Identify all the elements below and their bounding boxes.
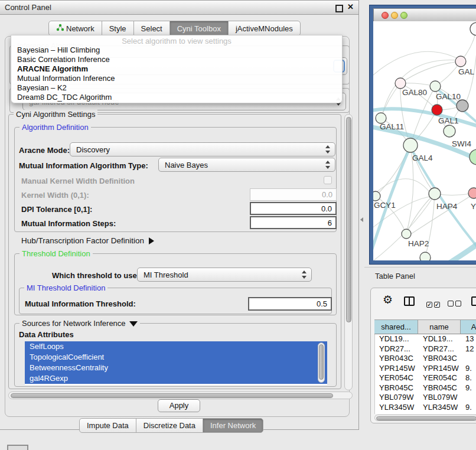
network-node-hap4[interactable] <box>429 188 441 200</box>
tab-network[interactable]: Network <box>48 21 102 36</box>
network-node-pink_right[interactable] <box>468 188 476 198</box>
node-label-swi4: SWI4 <box>452 139 471 148</box>
which-threshold-label: Which threshold to use: <box>52 271 139 280</box>
which-threshold-value: MI Threshold <box>144 270 188 279</box>
aracne-mode-label: Aracne Mode: <box>19 146 70 155</box>
deselect-all-checkboxes-icon[interactable] <box>448 298 463 309</box>
control-panel-titlebar[interactable]: Control Panel ✕ <box>0 1 358 15</box>
network-node-gal_pink[interactable] <box>455 56 466 67</box>
attribute-item-topologicalcoefficient[interactable]: TopologicalCoefficient <box>25 352 327 363</box>
attributes-scrollbar[interactable] <box>318 343 325 383</box>
mi-steps-field[interactable]: 6 <box>250 216 337 229</box>
table-row[interactable]: YIL052CYIL052C9 <box>375 412 476 414</box>
node-label-hap2: HAP2 <box>408 239 429 248</box>
algorithm-dropdown-popup: Select algorithm to view settings Bayesi… <box>11 35 343 103</box>
apply-button[interactable]: Apply <box>158 399 200 412</box>
table-row[interactable]: YBL079WYBL079W <box>375 393 476 403</box>
table-panel-divider <box>364 267 476 268</box>
tab-select[interactable]: Select <box>133 21 170 36</box>
zoom-traffic-light[interactable] <box>400 12 407 19</box>
collapse-down-arrow-icon <box>129 321 138 327</box>
float-window-icon[interactable] <box>335 5 343 12</box>
table-row[interactable]: YBR043CYBR043C <box>375 354 476 364</box>
panel-splitter-handle[interactable] <box>360 217 363 222</box>
dpi-tolerance-label: DPI Tolerance [0,1]: <box>21 205 92 214</box>
tab-impute-data[interactable]: Impute Data <box>79 418 136 433</box>
table-cell: 9 <box>461 412 476 414</box>
tab-cyni-toolbox[interactable]: Cyni Toolbox <box>169 21 229 36</box>
attribute-item-betweennesscentrality[interactable]: BetweennessCentrality <box>25 363 327 373</box>
minimized-panel-button[interactable] <box>7 445 28 450</box>
settings-horizontal-scrollbar[interactable] <box>8 392 353 399</box>
algorithm-option-dream8-dc-tdc-algorithm[interactable]: Dream8 DC_TDC Algorithm <box>11 93 342 102</box>
network-node-bottom_nd[interactable] <box>420 252 431 260</box>
settings-gear-icon[interactable]: ⚙ <box>383 294 393 306</box>
split-columns-icon[interactable] <box>404 296 415 306</box>
table-row[interactable]: YDL19...YDL19...13 <box>375 334 476 344</box>
close-traffic-light[interactable] <box>382 12 389 19</box>
table-row[interactable]: YDR27...YDR27...12 <box>375 344 476 354</box>
network-node-gcy1[interactable] <box>373 191 380 201</box>
attribute-item-selfloops[interactable]: SelfLoops <box>25 341 327 352</box>
attribute-item-gal4rgexp[interactable]: gal4RGexp <box>25 373 327 384</box>
application-root: Control Panel ✕ NetworkStyleSelectCyni T… <box>0 0 476 450</box>
settings-vertical-scrollbar[interactable] <box>344 114 353 390</box>
tab-style[interactable]: Style <box>102 21 134 36</box>
network-node-gal1[interactable] <box>432 105 442 115</box>
table-horizontal-scrollbar[interactable] <box>374 415 476 421</box>
network-window-titlebar[interactable] <box>373 8 476 21</box>
table-cell: YDL19... <box>375 334 419 344</box>
table-row[interactable]: YPR145WYPR145W9. <box>375 364 476 374</box>
apply-button-label: Apply <box>169 401 189 410</box>
hub-definition-toggle[interactable]: Hub/Transcription Factor Definition <box>21 236 154 245</box>
network-node-top_white[interactable] <box>470 22 476 35</box>
tab-select-label: Select <box>141 24 162 33</box>
table-cell: YDL19... <box>419 334 461 344</box>
network-canvas[interactable]: GALGAL80GAL10GAL1GAL11SWI4GAL4GCY1HAP4YH… <box>373 21 476 260</box>
new-document-icon[interactable] <box>471 296 476 306</box>
table-cell: 12 <box>461 344 476 354</box>
network-node-gal80[interactable] <box>395 78 406 89</box>
network-node-gal4[interactable] <box>403 138 418 152</box>
node-label-gal1: GAL1 <box>438 116 459 125</box>
mi-algorithm-type-combo[interactable]: Naive Bayes <box>158 158 335 172</box>
algorithm-option-basic-correlation-inference[interactable]: Basic Correlation Inference <box>11 55 342 64</box>
sources-group-title[interactable]: Sources for Network Inference <box>19 319 140 328</box>
algorithm-option-bayesian-hill-climbing[interactable]: Bayesian – Hill Climbing <box>11 45 342 55</box>
column-header-a[interactable]: A <box>461 319 476 334</box>
network-node-big_green[interactable] <box>470 149 476 165</box>
network-graph: GALGAL80GAL10GAL1GAL11SWI4GAL4GCY1HAP4YH… <box>373 21 476 260</box>
aracne-mode-combo[interactable]: Discovery <box>70 142 335 156</box>
stepper-arrows-icon <box>325 161 330 169</box>
close-icon[interactable]: ✕ <box>347 2 354 11</box>
network-node-hap2[interactable] <box>402 229 411 239</box>
algorithm-option-bayesian-k2[interactable]: Bayesian – K2 <box>11 83 342 93</box>
table-cell: YBL079W <box>419 393 461 403</box>
dpi-tolerance-field[interactable]: 0.0 <box>250 202 337 215</box>
algorithm-option-aracne-algorithm[interactable]: ARACNE Algorithm <box>11 64 342 74</box>
select-all-checkboxes-icon[interactable]: ✓✓ <box>426 298 442 309</box>
kernel-width-label: Kernel Width (0,1): <box>21 191 89 200</box>
which-threshold-combo[interactable]: MI Threshold <box>137 268 312 282</box>
network-node-gray_node[interactable] <box>457 100 468 112</box>
network-node-swi4[interactable] <box>444 125 455 137</box>
minimize-traffic-light[interactable] <box>391 12 398 19</box>
column-header-name[interactable]: name <box>418 319 461 334</box>
mi-threshold-field[interactable]: 0.5 <box>248 297 332 311</box>
tab-jactivemnodules[interactable]: jActiveMNodules <box>228 21 301 36</box>
table-cell: YBR045C <box>419 383 461 393</box>
table-row[interactable]: YBR045CYBR045C9. <box>375 383 476 393</box>
network-view-window: GALGAL80GAL10GAL1GAL11SWI4GAL4GCY1HAP4YH… <box>369 5 476 265</box>
tab-discretize-data[interactable]: Discretize Data <box>136 418 203 433</box>
data-attributes-list: SelfLoopsTopologicalCoefficientBetweenne… <box>25 341 327 385</box>
mi-type-value: Naive Bayes <box>165 161 208 169</box>
node-label-gal_pink: GAL <box>458 67 475 76</box>
table-row[interactable]: YER054CYER054C8. <box>375 373 476 383</box>
network-node-gal10[interactable] <box>430 81 441 92</box>
stepper-arrows-icon <box>325 145 330 154</box>
column-header-shared-[interactable]: shared... <box>374 319 418 334</box>
algorithm-option-mutual-information-inference[interactable]: Mutual Information Inference <box>11 74 342 83</box>
tab-infer-network[interactable]: Infer Network <box>203 418 263 433</box>
mi-threshold-group-title: MI Threshold Definition <box>24 283 107 292</box>
table-row[interactable]: YLR345WYLR345W9. <box>375 403 476 413</box>
